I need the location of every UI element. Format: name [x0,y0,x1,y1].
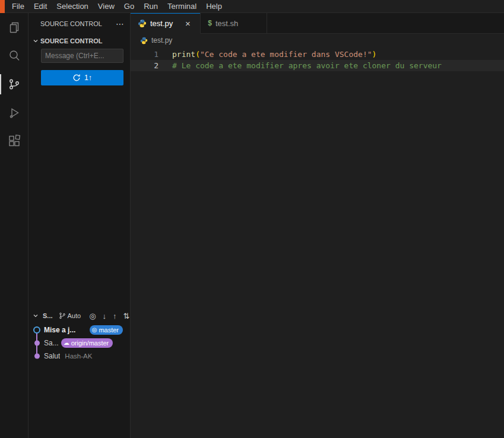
badge-label: master [99,326,119,334]
line-number: 1 [131,49,159,60]
code-line-current: 2 # Le code a ete modifier apres avoir e… [131,60,504,71]
token-comment: # Le code a ete modifier apres avoir ete… [172,61,442,70]
tab-test-sh[interactable]: $ test.sh [201,13,267,34]
source-control-graph-panel: S... Auto ◎ ↓ ↑ ⇅ [28,309,130,438]
badge-label: origin/master [71,339,109,347]
menu-selection[interactable]: Selection [52,0,93,13]
search-icon [7,49,21,63]
code-editor[interactable]: 1 print("Ce code a ete modifier dans VSC… [131,47,504,438]
tab-label: test.sh [215,19,238,28]
python-icon [138,19,147,28]
commit-row[interactable]: Salut Hash-AK [28,350,130,363]
activity-source-control[interactable] [0,70,28,99]
activity-extensions[interactable] [0,127,28,155]
graph-auto-filter[interactable]: Auto [59,312,81,319]
commit-label: Salut [44,352,60,360]
window-accent [0,0,5,13]
chevron-down-icon [31,38,40,44]
tab-label: test.py [150,19,173,28]
push-icon[interactable]: ↑ [113,312,117,320]
auto-label: Auto [68,312,81,319]
sync-count: 1↑ [84,74,92,82]
section-title: SOURCE CONTROL [40,37,103,45]
sync-changes-button[interactable]: 1↑ [41,70,123,85]
vscode-window: File Edit Selection View Go Run Terminal… [0,0,504,438]
menu-view[interactable]: View [93,0,119,13]
menu-edit[interactable]: Edit [29,0,52,13]
branch-icon [59,312,66,319]
branch-badge-master[interactable]: ◎ master [90,325,123,335]
commit-label: Sa... [44,339,59,347]
menu-run[interactable]: Run [139,0,163,13]
token-string: "Ce code a ete modifier dans VSCode!" [200,50,372,59]
activity-explorer[interactable] [0,13,28,42]
menu-file[interactable]: File [7,0,29,13]
source-control-section-header[interactable]: SOURCE CONTROL [28,34,130,47]
menu-terminal[interactable]: Terminal [163,0,201,13]
commit-row[interactable]: Mise a j... ◎ master [28,323,130,337]
menu-go[interactable]: Go [119,0,139,13]
graph-toolbar: ◎ ↓ ↑ ⇅ [89,312,129,320]
menu-bar: File Edit Selection View Go Run Terminal… [0,0,504,13]
activity-bar [0,13,28,438]
branch-badge-origin-master[interactable]: ☁ origin/master [61,338,113,348]
activity-run-debug[interactable] [0,99,28,127]
fetch-icon[interactable]: ↓ [103,312,107,320]
chevron-down-icon[interactable] [31,313,40,319]
line-number: 2 [131,60,159,71]
tab-bar: test.py × $ test.sh [131,13,504,34]
commit-author: Hash-AK [65,353,92,360]
activity-search[interactable] [0,42,28,70]
breadcrumb-file: test.py [151,36,172,45]
commit-label: Mise a j... [44,326,75,334]
commit-dot-head [33,326,40,334]
commit-dot [34,354,40,359]
commit-row[interactable]: Sa... ☁ origin/master [28,337,130,350]
run-debug-icon [7,106,21,120]
editor-group: test.py × $ test.sh test.py [131,13,504,438]
source-control-icon [7,77,21,91]
cloud-icon: ☁ [64,340,69,346]
sidebar-header: SOURCE CONTROL ⋯ [28,13,130,27]
source-control-sidebar: SOURCE CONTROL ⋯ SOURCE CONTROL 1↑ [28,13,131,438]
sync-icon [72,74,81,82]
files-icon [7,20,21,34]
menu-help[interactable]: Help [201,0,227,13]
token-bracket: ) [372,50,377,59]
target-icon: ◎ [92,327,97,333]
close-icon[interactable]: × [182,18,193,28]
sidebar-title: SOURCE CONTROL [40,20,102,27]
graph-header: S... Auto ◎ ↓ ↑ ⇅ [28,309,130,322]
commit-dot [34,341,40,346]
graph-section-title: S... [43,312,53,319]
code-text: # Le code a ete modifier apres avoir ete… [159,60,442,71]
python-icon [140,37,148,45]
more-actions-icon[interactable]: ⋯ [116,21,124,27]
code-line: 1 print("Ce code a ete modifier dans VSC… [131,49,504,60]
breadcrumb[interactable]: test.py [131,34,504,47]
shell-icon: $ [208,19,212,27]
target-icon[interactable]: ◎ [89,312,96,320]
extensions-icon [7,134,21,148]
tab-test-py[interactable]: test.py × [131,13,201,34]
code-text: print("Ce code a ete modifier dans VSCod… [159,49,376,60]
refresh-icon[interactable]: ⇅ [123,312,130,320]
commit-graph: Mise a j... ◎ master Sa... ☁ origin/mast… [28,323,130,363]
token-bracket: ( [195,50,200,59]
token-function: print [172,50,195,59]
commit-message-input[interactable] [41,49,123,63]
